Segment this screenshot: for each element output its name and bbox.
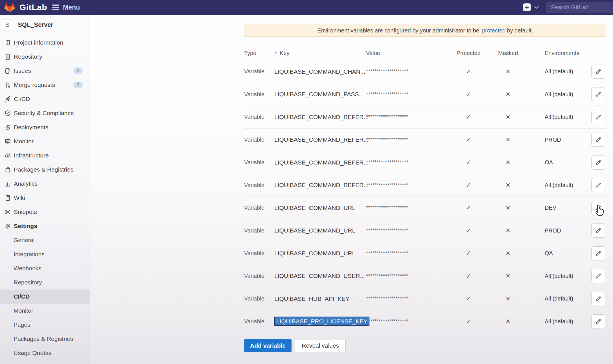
- search-input[interactable]: [546, 2, 613, 13]
- sidebar-item-ci-cd[interactable]: CI/CD: [0, 92, 90, 106]
- sidebar-item-snippets[interactable]: Snippets: [0, 205, 90, 219]
- variable-environments: QA: [531, 159, 591, 166]
- variable-type: Variable: [244, 182, 274, 188]
- column-header-environments: Environments: [531, 50, 591, 56]
- edit-variable-button[interactable]: [591, 314, 605, 328]
- edit-variable-button[interactable]: [591, 223, 605, 238]
- variable-key: LIQUIBASE_COMMAND_CHAN...: [274, 68, 366, 75]
- variable-type: Variable: [244, 318, 274, 325]
- variable-environments: QA: [531, 250, 591, 256]
- issues-icon: [4, 67, 11, 74]
- sidebar-subitem-monitor[interactable]: Monitor: [0, 304, 90, 318]
- edit-variable-button[interactable]: [591, 87, 605, 101]
- brand-title: GitLab: [19, 3, 47, 12]
- masked-cross-icon: ✕: [485, 136, 531, 143]
- variable-environments: All (default): [531, 273, 591, 279]
- ci-variables-table: Type ↑Key Value Protected Masked Environ…: [244, 46, 607, 333]
- edit-variable-button[interactable]: [591, 155, 605, 170]
- table-row: Variable LIQUIBASE_COMMAND_CHAN... *****…: [244, 60, 607, 83]
- project-information-icon: [4, 39, 11, 46]
- variable-type: Variable: [244, 137, 274, 143]
- sort-ascending-icon: ↑: [274, 50, 277, 56]
- main-content: Environment variables are configured by …: [90, 15, 613, 364]
- deployments-icon: [4, 124, 11, 131]
- variable-type: Variable: [244, 295, 274, 302]
- table-row: Variable LIQUIBASE_COMMAND_USER... *****…: [244, 265, 607, 288]
- variable-key: LIQUIBASE_COMMAND_URL: [274, 205, 366, 211]
- snippets-icon: [4, 208, 11, 216]
- sidebar-subitem-pages[interactable]: Pages: [0, 318, 90, 332]
- sidebar-subitem-integrations[interactable]: Integrations: [0, 247, 90, 261]
- variable-key: LIQUIBASE_COMMAND_URL: [274, 227, 366, 234]
- variable-key: LIQUIBASE_COMMAND_REFER...: [274, 114, 366, 120]
- variable-key: LIQUIBASE_COMMAND_USER...: [274, 273, 366, 279]
- masked-cross-icon: ✕: [485, 205, 531, 211]
- sidebar-subitem-usage-quotas[interactable]: Usage Quotas: [0, 346, 90, 360]
- sidebar-subitem-packages-registries[interactable]: Packages & Registries: [0, 332, 90, 346]
- variable-environments: All (default): [531, 114, 591, 120]
- repository-icon: [4, 53, 11, 60]
- protected-check-icon: ✓: [452, 227, 485, 234]
- sidebar-subitem-repository[interactable]: Repository: [0, 275, 90, 290]
- sidebar-item-deployments[interactable]: Deployments: [0, 120, 90, 134]
- new-item-plus-button[interactable]: +: [523, 3, 531, 11]
- edit-variable-button[interactable]: [591, 246, 605, 260]
- project-header[interactable]: S SQL_Server: [0, 15, 90, 30]
- merge-requests-icon: [4, 81, 11, 89]
- variable-key: LIQUIBASE_PRO_LICENSE_KEY: [274, 318, 366, 325]
- edit-variable-button[interactable]: [591, 133, 605, 147]
- edit-variable-button[interactable]: [591, 110, 605, 124]
- sidebar-item-project-information[interactable]: Project information: [0, 36, 90, 50]
- variables-actions: Add variable Reveal values: [244, 339, 607, 352]
- sidebar-subitem-general[interactable]: General: [0, 233, 90, 247]
- sidebar-item-infrastructure[interactable]: Infrastructure: [0, 148, 90, 163]
- sidebar-item-settings[interactable]: Settings: [0, 219, 90, 233]
- sidebar-subitem-ci-cd[interactable]: CI/CD: [0, 290, 90, 304]
- sidebar-subitem-webhooks[interactable]: Webhooks: [0, 261, 90, 275]
- column-header-key[interactable]: ↑Key: [274, 50, 366, 56]
- gitlab-tanuki-icon: [4, 2, 15, 13]
- column-header-masked: Masked: [485, 50, 531, 56]
- sidebar-menu: Project information Repository Issues 0 …: [0, 36, 90, 360]
- edit-variable-button[interactable]: [591, 201, 605, 215]
- edit-variable-button[interactable]: [591, 178, 605, 192]
- security-compliance-icon: [4, 109, 11, 117]
- table-row: Variable LIQUIBASE_COMMAND_REFER... ****…: [244, 106, 607, 129]
- gitlab-logo[interactable]: GitLab: [4, 2, 47, 13]
- edit-variable-button[interactable]: [591, 292, 605, 306]
- masked-cross-icon: ✕: [485, 182, 531, 188]
- edit-variable-button[interactable]: [591, 65, 605, 79]
- menu-button[interactable]: Menu: [52, 3, 80, 12]
- table-row: Variable LIQUIBASE_COMMAND_PASS... *****…: [244, 83, 607, 106]
- wiki-icon: [4, 194, 11, 201]
- variable-key: LIQUIBASE_HUB_API_KEY: [274, 295, 366, 302]
- masked-cross-icon: ✕: [485, 250, 531, 257]
- sidebar-item-analytics[interactable]: Analytics: [0, 177, 90, 191]
- variable-type: Variable: [244, 273, 274, 279]
- sidebar-item-issues[interactable]: Issues 0: [0, 64, 90, 78]
- masked-cross-icon: ✕: [485, 68, 531, 75]
- sidebar-item-wiki[interactable]: Wiki: [0, 191, 90, 205]
- protected-check-icon: ✓: [452, 91, 485, 98]
- sidebar-item-repository[interactable]: Repository: [0, 50, 90, 64]
- chevron-down-icon[interactable]: [534, 6, 539, 9]
- sidebar-item-security-compliance[interactable]: Security & Compliance: [0, 106, 90, 120]
- sidebar-item-packages-registries[interactable]: Packages & Registries: [0, 163, 90, 177]
- variable-type: Variable: [244, 159, 274, 166]
- variable-environments: DEV: [531, 205, 591, 211]
- table-row: Variable LIQUIBASE_COMMAND_URL *********…: [244, 197, 607, 220]
- count-badge: 0: [73, 67, 83, 74]
- reveal-values-button[interactable]: Reveal values: [295, 339, 346, 352]
- variable-key: LIQUIBASE_COMMAND_PASS...: [274, 91, 366, 98]
- sidebar-item-monitor[interactable]: Monitor: [0, 134, 90, 148]
- variable-key: LIQUIBASE_COMMAND_URL: [274, 250, 366, 257]
- variable-value-masked: ********************: [366, 159, 452, 165]
- sidebar-item-merge-requests[interactable]: Merge requests 0: [0, 78, 90, 92]
- protected-link[interactable]: protected: [482, 27, 505, 34]
- masked-cross-icon: ✕: [485, 114, 531, 120]
- count-badge: 0: [73, 82, 83, 88]
- add-variable-button[interactable]: Add variable: [244, 339, 292, 352]
- packages-registries-icon: [4, 166, 11, 173]
- edit-variable-button[interactable]: [591, 269, 605, 283]
- protected-check-icon: ✓: [452, 159, 485, 166]
